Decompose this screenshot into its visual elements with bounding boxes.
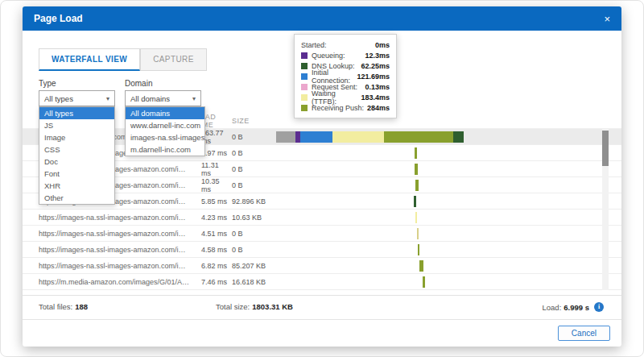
- legend-color-icon: [301, 52, 308, 59]
- row-size: 0 B: [229, 149, 272, 157]
- vertical-scrollbar[interactable]: [602, 129, 609, 290]
- table-row[interactable]: https://images-na.ssl-images-amazon.com/…: [23, 210, 621, 226]
- type-select[interactable]: All types ▾: [39, 90, 115, 106]
- close-icon[interactable]: ×: [604, 14, 610, 24]
- row-size: 0 B: [229, 165, 272, 173]
- tooltip-label: Started:: [301, 41, 327, 49]
- total-size-label: Total size:: [216, 302, 250, 311]
- legend-color-icon: [301, 94, 308, 101]
- row-waterfall: [272, 129, 597, 144]
- summary-footer: Total files:188 Total size:1803.31 KB Lo…: [23, 295, 621, 318]
- row-size: 0 B: [229, 230, 272, 238]
- waterfall-segment: [417, 228, 419, 239]
- row-load-time: 10.35 ms: [192, 177, 229, 193]
- type-option[interactable]: Doc: [39, 156, 114, 168]
- row-waterfall: [272, 161, 597, 176]
- waterfall-segment: [384, 131, 453, 143]
- waterfall-bar: [423, 276, 425, 288]
- type-option[interactable]: XHR: [39, 180, 114, 192]
- total-files-value: 188: [75, 302, 88, 311]
- type-select-value: All types: [44, 94, 73, 103]
- tooltip-row: Initial Connection:121.69ms: [301, 71, 390, 81]
- row-size: 92.896 KB: [229, 197, 272, 205]
- tab-capture[interactable]: CAPTURE: [140, 48, 207, 71]
- row-url: https://images-na.ssl-images-amazon.com/…: [39, 214, 192, 222]
- type-option[interactable]: Font: [39, 168, 114, 180]
- info-icon[interactable]: i: [594, 302, 604, 312]
- tooltip-label: Receiving Push:: [312, 104, 364, 112]
- type-dropdown-list: All typesJSImageCSSDocFontXHROther: [39, 106, 115, 205]
- tooltip-value: 0.13ms: [365, 83, 390, 91]
- row-size: 10.63 KB: [229, 214, 272, 222]
- tooltip-value: 12.3ms: [365, 52, 390, 60]
- row-size: 16.618 KB: [229, 278, 272, 286]
- dialog-titlebar: Page Load ×: [23, 6, 621, 31]
- legend-color-icon: [301, 63, 308, 69]
- waterfall-segment: [332, 131, 384, 143]
- row-waterfall: [272, 177, 597, 193]
- load-summary: Load:6.999 si: [543, 302, 604, 312]
- waterfall-bar: [415, 164, 418, 175]
- tooltip-value: 183.4ms: [361, 93, 390, 102]
- row-size: 0 B: [229, 133, 272, 141]
- domain-option[interactable]: images-na.ssl-images-am...: [126, 131, 204, 143]
- tooltip-value: 121.69ms: [357, 73, 390, 81]
- tooltip-row: Waiting (TTFB):183.4ms: [301, 92, 390, 102]
- row-load-time: 4.51 ms: [192, 230, 229, 238]
- type-option[interactable]: Image: [39, 131, 114, 143]
- tooltip-row: Receiving Push:284ms: [301, 102, 390, 113]
- waterfall-bar: [418, 244, 419, 255]
- tooltip-row: Started:0ms: [301, 39, 390, 50]
- tooltip-value: 284ms: [367, 104, 390, 112]
- domain-option[interactable]: www.darnell-inc.com: [126, 119, 204, 131]
- table-row[interactable]: https://images-na.ssl-images-amazon.com/…: [23, 226, 621, 242]
- waterfall-segment: [415, 180, 419, 191]
- waterfall-bar: [414, 196, 416, 207]
- row-size: 0 B: [229, 181, 272, 189]
- load-value: 6.999 s: [564, 303, 589, 312]
- type-option[interactable]: Other: [39, 192, 114, 204]
- row-load-time: 6.82 ms: [192, 262, 229, 270]
- row-url: https://m.media-amazon.com/images/G/01/A…: [39, 278, 192, 286]
- waterfall-segment: [276, 131, 295, 143]
- total-files-summary: Total files:188: [39, 302, 88, 311]
- domain-select-value: All domains: [130, 94, 170, 103]
- type-option[interactable]: All types: [39, 107, 114, 119]
- table-row[interactable]: https://images-na.ssl-images-amazon.com/…: [23, 258, 621, 274]
- waterfall-segment: [418, 244, 419, 255]
- waterfall-bar: [415, 147, 417, 159]
- row-load-time: 4.23 ms: [192, 214, 229, 222]
- tooltip-value: 0ms: [375, 41, 390, 49]
- waterfall-bar: [417, 228, 419, 239]
- waterfall-bar: [415, 212, 417, 223]
- waterfall-segment: [414, 196, 416, 207]
- cancel-button[interactable]: Cancel: [558, 326, 610, 341]
- tooltip-label: Queueing:: [312, 52, 345, 60]
- chevron-down-icon: ▾: [192, 95, 196, 102]
- waterfall-segment: [300, 131, 332, 143]
- waterfall-segment: [415, 147, 417, 159]
- row-url: https://images-na.ssl-images-amazon.com/…: [39, 230, 192, 238]
- domain-filter: Domain All domains ▾ All domainswww.darn…: [125, 79, 201, 106]
- row-waterfall: [272, 193, 597, 209]
- row-waterfall: [272, 274, 597, 289]
- row-waterfall: [272, 258, 597, 273]
- tooltip-label: Initial Connection:: [312, 68, 357, 85]
- tab-waterfall-view[interactable]: WATERFALL VIEW: [39, 48, 140, 71]
- column-header-size[interactable]: SIZE: [229, 117, 272, 125]
- row-load-time: 4.58 ms: [192, 246, 229, 254]
- type-option[interactable]: CSS: [39, 143, 114, 156]
- domain-option[interactable]: m.darnell-inc.com: [126, 143, 204, 156]
- tooltip-value: 62.25ms: [361, 62, 390, 70]
- row-waterfall: [272, 226, 597, 241]
- domain-select[interactable]: All domains ▾: [125, 90, 201, 106]
- scrollbar-thumb[interactable]: [602, 131, 609, 166]
- row-load-time: 7.46 ms: [192, 278, 229, 286]
- total-files-label: Total files:: [39, 302, 72, 311]
- table-row[interactable]: https://m.media-amazon.com/images/G/01/A…: [23, 274, 621, 290]
- domain-option[interactable]: All domains: [126, 107, 204, 119]
- table-row[interactable]: https://images-na.ssl-images-amazon.com/…: [23, 242, 621, 258]
- legend-color-icon: [301, 84, 308, 90]
- type-option[interactable]: JS: [39, 119, 114, 131]
- domain-filter-label: Domain: [125, 79, 201, 88]
